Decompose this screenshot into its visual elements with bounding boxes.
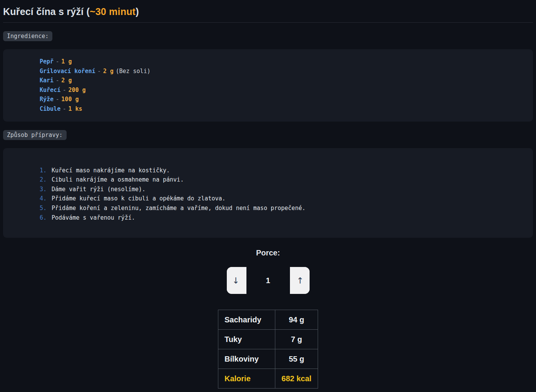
list-item: Kuřecí maso nakrájíme na kostičky. bbox=[50, 166, 525, 175]
ingredient-name: Pepř bbox=[40, 58, 54, 65]
list-item: Cibule-1 ks bbox=[40, 104, 525, 114]
table-row: Kalorie 682 kcal bbox=[218, 369, 318, 389]
ingredient-name: Rýže bbox=[40, 96, 54, 103]
ingredient-separator: - bbox=[56, 96, 59, 103]
list-item: Kari-2 g bbox=[40, 76, 525, 85]
steps-list: Kuřecí maso nakrájíme na kostičky. Cibul… bbox=[3, 166, 525, 223]
nutrition-value-carbs: 94 g bbox=[275, 310, 318, 330]
nutrition-label-calories: Kalorie bbox=[218, 369, 275, 389]
nutrition-label-carbs: Sacharidy bbox=[218, 310, 275, 330]
ingredient-note: (Bez soli) bbox=[116, 68, 150, 75]
ingredient-amount: 2 g bbox=[103, 68, 114, 75]
section-label-preparation: Způsob přípravy: bbox=[3, 130, 67, 140]
nutrition-label-fats: Tuky bbox=[218, 330, 275, 349]
list-item: Dáme vařit rýži (nesolíme). bbox=[50, 185, 525, 194]
list-item: Podáváme s vařenou rýží. bbox=[50, 213, 525, 223]
list-item: Rýže-100 g bbox=[40, 95, 525, 104]
page-header: Kuřecí čína s rýží (~30 minut) bbox=[3, 6, 533, 23]
list-item: Grilovací koření-2 g(Bez soli) bbox=[40, 67, 525, 76]
ingredient-separator: - bbox=[56, 77, 59, 84]
page-title-time: ~30 minut bbox=[90, 6, 136, 17]
portions-stepper: ↓ 1 ↑ bbox=[227, 267, 310, 294]
table-row: Tuky 7 g bbox=[218, 330, 318, 349]
list-item: Cibuli nakrájíme a osmahneme na pánvi. bbox=[50, 175, 525, 185]
nutrition-value-proteins: 55 g bbox=[275, 349, 318, 369]
list-item: Kuřecí-200 g bbox=[40, 85, 525, 95]
ingredient-name: Kari bbox=[40, 77, 54, 84]
page-title: Kuřecí čína s rýží (~30 minut) bbox=[3, 6, 533, 17]
list-item: Přidáme koření a zeleninu, zamícháme a v… bbox=[50, 204, 525, 213]
increase-portions-button[interactable]: ↑ bbox=[291, 267, 310, 294]
ingredient-name: Cibule bbox=[40, 105, 60, 112]
ingredient-amount: 1 g bbox=[61, 58, 72, 65]
table-row: Sacharidy 94 g bbox=[218, 310, 318, 330]
portions-value-input[interactable]: 1 bbox=[246, 267, 290, 294]
list-item: Přidáme kuřecí maso k cibuli a opékáme d… bbox=[50, 194, 525, 204]
header-divider bbox=[3, 22, 533, 23]
ingredient-amount: 2 g bbox=[61, 77, 72, 84]
nutrition-value-calories: 682 kcal bbox=[275, 369, 318, 389]
ingredient-name: Grilovací koření bbox=[40, 68, 95, 75]
arrow-up-icon: ↑ bbox=[296, 276, 303, 285]
arrow-down-icon: ↓ bbox=[232, 276, 239, 285]
page-title-suffix: ) bbox=[136, 6, 139, 17]
section-label-ingredients: Ingredience: bbox=[3, 31, 52, 41]
ingredient-amount: 200 g bbox=[68, 87, 85, 93]
preparation-panel: Kuřecí maso nakrájíme na kostičky. Cibul… bbox=[3, 148, 533, 238]
nutrition-value-fats: 7 g bbox=[275, 330, 318, 349]
ingredient-separator: - bbox=[97, 68, 101, 75]
decrease-portions-button[interactable]: ↓ bbox=[227, 267, 245, 294]
nutrition-label-proteins: Bílkoviny bbox=[218, 349, 275, 369]
list-item: Pepř-1 g bbox=[40, 57, 525, 67]
nutrition-table: Sacharidy 94 g Tuky 7 g Bílkoviny 55 g K… bbox=[218, 310, 318, 389]
ingredients-panel: Pepř-1 g Grilovací koření-2 g(Bez soli) … bbox=[3, 49, 533, 122]
ingredient-amount: 1 ks bbox=[68, 105, 82, 112]
ingredient-separator: - bbox=[56, 58, 59, 65]
ingredient-separator: - bbox=[63, 87, 66, 93]
ingredient-separator: - bbox=[63, 105, 66, 112]
table-row: Bílkoviny 55 g bbox=[218, 349, 318, 369]
portions-label: Porce: bbox=[3, 249, 533, 257]
page-title-text: Kuřecí čína s rýží ( bbox=[3, 6, 90, 17]
ingredient-name: Kuřecí bbox=[40, 87, 60, 93]
ingredient-amount: 100 g bbox=[61, 96, 79, 103]
ingredients-list: Pepř-1 g Grilovací koření-2 g(Bez soli) … bbox=[3, 57, 525, 114]
